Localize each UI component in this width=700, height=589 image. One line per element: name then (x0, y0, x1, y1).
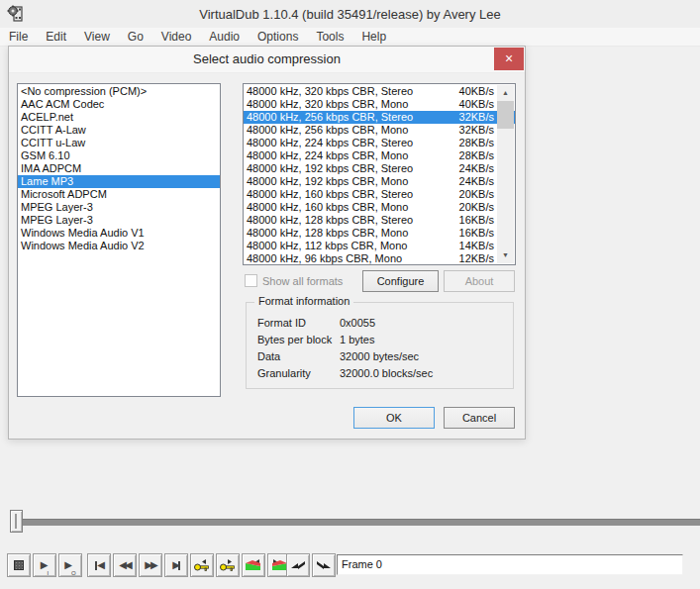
format-list-item[interactable]: 48000 kHz, 256 kbps CBR, Stereo32KB/s (244, 111, 515, 124)
format-info-row: Granularity 32000.0 blocks/sec (257, 365, 507, 382)
key-left-icon (193, 558, 211, 572)
window-titlebar: VirtualDub 1.10.4 (build 35491/release) … (0, 0, 700, 28)
menu-video[interactable]: Video (152, 28, 200, 46)
stop-button[interactable] (7, 553, 31, 577)
menu-options[interactable]: Options (249, 28, 307, 46)
mark-in-arrow-icon (290, 559, 306, 571)
format-list-rows: 48000 kHz, 320 kbps CBR, Stereo40KB/s480… (244, 85, 515, 265)
codec-list-item[interactable]: <No compression (PCM)> (18, 85, 220, 98)
format-info-row: Data 32000 bytes/sec (257, 348, 507, 365)
bytes-per-block-value: 1 bytes (340, 332, 374, 348)
cancel-button[interactable]: Cancel (444, 407, 515, 429)
double-right-arrow-icon: ▶▶ (145, 560, 155, 570)
play-output-button[interactable]: ▶O (58, 553, 82, 577)
configure-button[interactable]: Configure (362, 270, 439, 292)
granularity-value: 32000.0 blocks/sec (340, 365, 433, 382)
format-id-value: 0x0055 (340, 315, 375, 332)
format-info-row: Bytes per block 1 bytes (257, 332, 507, 348)
menu-file[interactable]: File (0, 28, 37, 46)
codec-listbox[interactable]: <No compression (PCM)>AAC ACM CodecACELP… (17, 83, 221, 397)
trackbar-thumb[interactable] (10, 510, 23, 533)
format-list-item[interactable]: 48000 kHz, 224 kbps CBR, Mono28KB/s (244, 149, 515, 162)
codec-list-item[interactable]: MPEG Layer-3 (18, 214, 220, 227)
next-keyframe-button[interactable] (216, 553, 240, 577)
codec-list-item[interactable]: IMA ADPCM (18, 162, 220, 175)
menu-audio[interactable]: Audio (200, 28, 249, 46)
codec-list-item[interactable]: Windows Media Audio V2 (18, 240, 220, 252)
show-all-formats-row: Show all formats (245, 274, 343, 287)
format-list-item[interactable]: 48000 kHz, 128 kbps CBR, Mono16KB/s (244, 227, 515, 240)
position-trackbar[interactable] (12, 519, 700, 526)
close-icon: × (505, 50, 513, 66)
codec-list-item[interactable]: GSM 6.10 (18, 149, 220, 162)
mark-out-button[interactable] (312, 553, 336, 577)
mark-in-button[interactable] (286, 553, 310, 577)
virtualdub-app-icon (6, 4, 26, 24)
format-list-scrollbar[interactable]: ▲ ▼ (497, 85, 514, 263)
format-list-item[interactable]: 48000 kHz, 192 kbps CBR, Mono24KB/s (244, 175, 515, 188)
format-list-item[interactable]: 48000 kHz, 192 kbps CBR, Stereo24KB/s (244, 162, 515, 175)
format-list-item[interactable]: 48000 kHz, 224 kbps CBR, Stereo28KB/s (244, 137, 515, 149)
mark-out-arrow-icon (316, 559, 332, 571)
codec-list-item[interactable]: AAC ACM Codec (18, 98, 220, 111)
codec-list-item[interactable]: CCITT A-Law (18, 124, 220, 137)
double-left-arrow-icon: ◀◀ (119, 560, 130, 570)
format-list-item[interactable]: 48000 kHz, 112 kbps CBR, Mono14KB/s (244, 240, 515, 252)
scroll-up-icon[interactable]: ▲ (497, 85, 514, 101)
format-list-item[interactable]: 48000 kHz, 160 kbps CBR, Mono20KB/s (244, 201, 515, 214)
frame-position-field[interactable]: Frame 0 (337, 554, 683, 575)
goto-end-button[interactable]: ▶ (164, 553, 188, 577)
about-button: About (444, 270, 515, 292)
stop-icon (14, 560, 24, 570)
menu-help[interactable]: Help (352, 28, 395, 46)
goto-start-button[interactable]: ◀ (87, 553, 111, 577)
menubar: File Edit View Go Video Audio Options To… (0, 28, 700, 47)
scene-flag-left-icon (245, 558, 262, 572)
ok-button[interactable]: OK (353, 407, 435, 429)
format-list-item[interactable]: 48000 kHz, 160 kbps CBR, Stereo20KB/s (244, 188, 515, 201)
play-output-icon: ▶ (64, 560, 70, 570)
data-rate-value: 32000 bytes/sec (340, 348, 419, 365)
format-information-title: Format information (254, 295, 353, 307)
format-listbox[interactable]: 48000 kHz, 320 kbps CBR, Stereo40KB/s480… (243, 83, 516, 265)
data-rate-label: Data (257, 348, 340, 365)
scene-reverse-button[interactable] (242, 553, 265, 577)
codec-list-item[interactable]: ACELP.net (18, 111, 220, 124)
bytes-per-block-label: Bytes per block (257, 332, 340, 348)
granularity-label: Granularity (257, 365, 340, 382)
window-title: VirtualDub 1.10.4 (build 35491/release) … (0, 7, 700, 22)
menu-tools[interactable]: Tools (307, 28, 352, 46)
select-audio-compression-dialog: Select audio compression × <No compressi… (8, 46, 526, 440)
step-back-button[interactable]: ◀◀ (113, 553, 137, 577)
codec-list-item[interactable]: Lame MP3 (18, 175, 220, 188)
format-list-item[interactable]: 48000 kHz, 320 kbps CBR, Stereo40KB/s (244, 85, 515, 98)
show-all-formats-checkbox[interactable] (245, 274, 257, 287)
format-id-label: Format ID (257, 315, 340, 332)
codec-list-item[interactable]: Windows Media Audio V1 (18, 227, 220, 240)
scroll-down-icon[interactable]: ▼ (497, 247, 514, 263)
play-input-button[interactable]: ▶I (33, 553, 56, 577)
codec-list-item[interactable]: MPEG Layer-3 (18, 201, 220, 214)
prev-keyframe-button[interactable] (190, 553, 214, 577)
menu-edit[interactable]: Edit (37, 28, 75, 46)
show-all-formats-label: Show all formats (262, 275, 343, 287)
format-list-item[interactable]: 48000 kHz, 320 kbps CBR, Mono40KB/s (244, 98, 515, 111)
scrollbar-thumb[interactable] (497, 101, 514, 129)
dialog-titlebar: Select audio compression × (9, 47, 525, 73)
menu-go[interactable]: Go (119, 28, 152, 46)
format-info-row: Format ID 0x0055 (257, 315, 507, 332)
format-list-item[interactable]: 48000 kHz, 128 kbps CBR, Stereo16KB/s (244, 214, 515, 227)
format-information-group: Format information Format ID 0x0055 Byte… (246, 302, 514, 389)
step-forward-button[interactable]: ▶▶ (139, 553, 162, 577)
close-button[interactable]: × (494, 48, 524, 70)
key-right-icon (219, 558, 237, 572)
format-list-item[interactable]: 48000 kHz, 256 kbps CBR, Mono32KB/s (244, 124, 515, 137)
skip-to-end-icon (178, 561, 180, 570)
codec-list-item[interactable]: CCITT u-Law (18, 137, 220, 149)
menu-view[interactable]: View (75, 28, 119, 46)
codec-list-item[interactable]: Microsoft ADPCM (18, 188, 220, 201)
format-list-item[interactable]: 48000 kHz, 96 kbps CBR, Mono12KB/s (244, 252, 515, 265)
play-input-icon: ▶ (41, 560, 47, 570)
dialog-title: Select audio compression (9, 47, 525, 72)
